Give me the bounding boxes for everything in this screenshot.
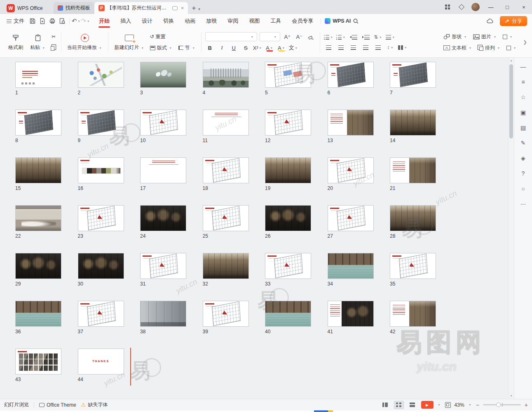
zoom-caret-icon[interactable]: ▾	[469, 403, 471, 407]
slide-cell[interactable]: 26	[265, 205, 311, 253]
package-icon[interactable]	[455, 0, 469, 14]
wps-home-tab[interactable]: WPS Office	[2, 2, 53, 14]
slide-thumbnail[interactable]	[203, 301, 249, 327]
highlight-color-button[interactable]: A▾	[277, 43, 286, 52]
slide-cell[interactable]: 24	[140, 205, 186, 253]
paste-button[interactable]: 粘贴 ▾	[28, 33, 48, 52]
zoom-level[interactable]: 43%	[455, 402, 464, 408]
proofing-icon[interactable]: ▤	[518, 123, 528, 133]
menu-tab[interactable]: 切换	[158, 14, 179, 28]
slide-cell[interactable]: THANKS 44	[78, 349, 124, 396]
tab-docer-template[interactable]: 找稻壳模板	[54, 2, 94, 14]
file-menu-button[interactable]: 文件	[3, 17, 28, 25]
redo-icon[interactable]: ↷	[81, 17, 87, 25]
bullet-list-button[interactable]: ▾	[324, 33, 334, 41]
slide-thumbnail[interactable]	[203, 253, 249, 279]
align-center-button[interactable]	[336, 43, 346, 52]
slide-thumbnail[interactable]	[265, 62, 311, 88]
slide-cell[interactable]: 2	[78, 62, 124, 110]
slide-thumbnail[interactable]	[78, 205, 124, 231]
slide-thumbnail[interactable]	[15, 253, 61, 279]
numbered-list-button[interactable]: ▾	[336, 33, 346, 41]
reset-button[interactable]: ↺重置	[148, 32, 167, 41]
menu-tab[interactable]: 动画	[179, 14, 201, 28]
slide-cell[interactable]: 34	[328, 253, 374, 301]
slide-thumbnail[interactable]: THANKS	[78, 349, 124, 375]
user-avatar[interactable]	[469, 0, 483, 14]
zoom-slider-handle[interactable]	[496, 403, 501, 407]
slide-thumbnail[interactable]	[15, 349, 61, 375]
slide-cell[interactable]: 17	[140, 157, 186, 205]
slide-cell[interactable]: 23	[78, 205, 124, 253]
layout-button[interactable]: 版式▾	[148, 43, 174, 52]
slide-cell[interactable]: 15	[15, 157, 61, 205]
slide-cell[interactable]: 42	[390, 301, 436, 349]
slide-cell[interactable]: 27	[328, 205, 374, 253]
align-text-button[interactable]: ▾	[386, 33, 396, 41]
export-pdf-icon[interactable]	[37, 16, 47, 26]
print-icon[interactable]	[47, 16, 57, 26]
comment-bubble-icon[interactable]	[172, 6, 178, 10]
line-spacing-button[interactable]: ↕▾	[386, 43, 396, 52]
window-minimize-button[interactable]: —	[483, 0, 499, 14]
text-direction-button[interactable]: ⇅▾	[373, 33, 383, 41]
decrease-font-button[interactable]: A⁻	[295, 32, 304, 41]
slide-thumbnail[interactable]	[78, 253, 124, 279]
slide-sorter-view-button[interactable]	[394, 401, 404, 409]
more-tools-icon[interactable]: ⋯	[518, 199, 528, 209]
zoom-in-button[interactable]: +	[525, 402, 528, 408]
slide-thumbnail[interactable]	[328, 110, 374, 136]
arrange-button[interactable]: 排列▾	[476, 43, 502, 52]
print-preview-icon[interactable]	[57, 16, 67, 26]
align-right-button[interactable]	[349, 43, 359, 52]
menu-tab[interactable]: 插入	[115, 14, 136, 28]
favorites-star-icon[interactable]: ☆	[518, 92, 528, 102]
justify-button[interactable]	[361, 43, 371, 52]
theme-button[interactable]: Office Theme	[39, 402, 76, 408]
slideshow-caret-icon[interactable]: ▾	[438, 403, 440, 407]
shapes-button[interactable]: 形状▾	[442, 32, 469, 41]
slide-cell[interactable]: 4	[203, 62, 249, 110]
slide-thumbnail[interactable]	[140, 110, 186, 136]
window-close-button[interactable]: ×	[516, 0, 532, 14]
new-tab-button[interactable]: +	[192, 4, 196, 12]
wps-ai-button[interactable]: WPS AI	[325, 18, 351, 24]
tab-list-caret-icon[interactable]: ▾	[198, 7, 200, 11]
font-size-select[interactable]: ▾	[260, 32, 280, 41]
share-button[interactable]: 分享	[500, 16, 527, 26]
slide-cell[interactable]: 5	[265, 62, 311, 110]
slide-cell[interactable]: 32	[203, 253, 249, 301]
slide-cell[interactable]: 10	[140, 110, 186, 157]
menu-tab[interactable]: 开始	[94, 14, 115, 28]
slide-thumbnail[interactable]	[15, 110, 61, 136]
slide-thumbnail[interactable]	[390, 110, 436, 136]
play-from-current-button[interactable]: 当前开始播放 ▾	[65, 33, 104, 52]
slide-thumbnail[interactable]	[78, 157, 124, 183]
increase-font-button[interactable]: A⁺	[283, 32, 292, 41]
slide-cell[interactable]: 14	[390, 110, 436, 157]
slide-cell[interactable]: 8	[15, 110, 61, 157]
bold-button[interactable]: B	[205, 43, 215, 52]
slide-cell[interactable]: 33	[265, 253, 311, 301]
slide-thumbnail[interactable]	[390, 205, 436, 231]
slideshow-play-button[interactable]: ▶	[421, 401, 434, 409]
help-icon[interactable]: ?	[518, 169, 528, 178]
slide-cell[interactable]: 31	[140, 253, 186, 301]
slide-cell[interactable]: 6	[328, 62, 374, 110]
scroll-down-arrow-icon[interactable]: ▾	[509, 393, 514, 399]
menu-tab[interactable]: 放映	[201, 14, 222, 28]
slide-thumbnail[interactable]	[328, 62, 374, 88]
slide-cell[interactable]: 18	[203, 157, 249, 205]
beautify-button[interactable]: ▾	[501, 32, 515, 41]
menu-tab[interactable]: 审阅	[222, 14, 244, 28]
slide-thumbnail[interactable]	[140, 301, 186, 327]
slide-thumbnail[interactable]	[203, 157, 249, 183]
copy-button[interactable]	[50, 43, 57, 52]
ribbon-expander-chevron[interactable]: ❯	[521, 30, 529, 55]
slide-cell[interactable]: 19	[265, 157, 311, 205]
slide-thumbnail[interactable]	[140, 157, 186, 183]
slide-cell[interactable]: 20	[328, 157, 374, 205]
slide-thumbnail[interactable]	[140, 253, 186, 279]
slide-thumbnail[interactable]	[265, 157, 311, 183]
menu-tab[interactable]: 视图	[244, 14, 265, 28]
